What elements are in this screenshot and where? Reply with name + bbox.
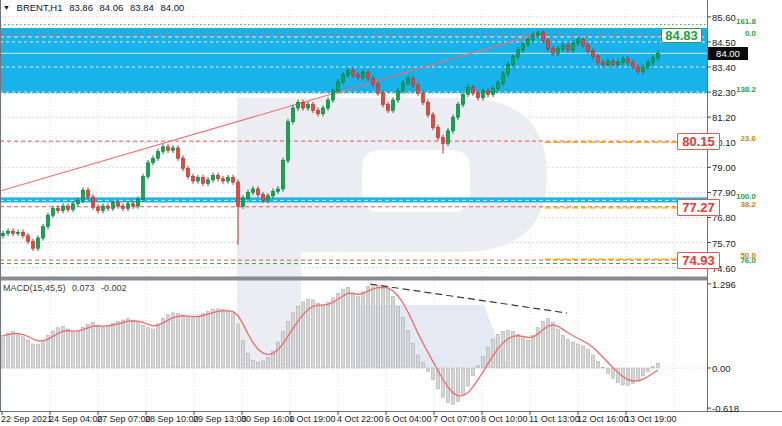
ohlc-low: 83.84 <box>130 2 154 13</box>
resistance-level-box: 84.83 <box>661 28 702 43</box>
support-level-box-3: 74.93 <box>677 252 720 269</box>
macd-indicator-header: MACD(15,45,5) 0.073 -0.002 <box>3 283 131 293</box>
symbol-name: BRENT,H1 <box>17 2 63 13</box>
ohlc-open: 83.86 <box>69 2 93 13</box>
trading-chart-window: 85.6084.5083.4082.3081.2080.1079.0077.90… <box>0 0 782 426</box>
chart-canvas[interactable] <box>0 0 782 426</box>
ohlc-close: 84.00 <box>160 2 184 13</box>
macd-signal-value: -0.002 <box>101 283 127 293</box>
support-level-box-1: 80.15 <box>677 133 720 150</box>
support-level-box-2: 77.27 <box>677 199 720 216</box>
symbol-dropdown-icon[interactable]: ▼ <box>3 4 10 11</box>
macd-label: MACD(15,45,5) <box>3 283 66 293</box>
symbol-header: ▼ BRENT,H1 83.86 84.06 83.84 84.00 <box>3 2 188 13</box>
current-price-tag: 84.00 <box>708 47 748 60</box>
ohlc-high: 84.06 <box>100 2 124 13</box>
macd-value: 0.073 <box>72 283 95 293</box>
